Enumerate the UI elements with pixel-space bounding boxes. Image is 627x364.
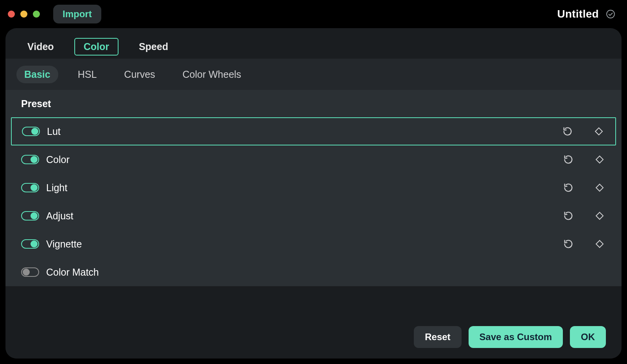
project-title: Untitled (557, 8, 599, 20)
row-label: Light (46, 182, 67, 194)
toggle-lut[interactable] (22, 127, 40, 136)
row-left: Vignette (21, 238, 82, 250)
top-tabs: Video Color Speed (5, 28, 622, 56)
close-window-button[interactable] (8, 11, 15, 18)
row-adjust[interactable]: Adjust (5, 202, 622, 230)
tab-speed[interactable]: Speed (132, 39, 175, 55)
subtab-curves[interactable]: Curves (116, 66, 163, 83)
preset-rows: Lut Color (5, 117, 622, 286)
reset-icon[interactable] (561, 209, 575, 223)
ok-button[interactable]: OK (570, 326, 606, 348)
row-actions (561, 124, 605, 138)
subtab-basic[interactable]: Basic (16, 66, 58, 83)
row-color[interactable]: Color (5, 145, 622, 174)
row-light[interactable]: Light (5, 174, 622, 202)
row-label: Vignette (46, 238, 82, 250)
row-actions (561, 209, 606, 223)
inspector-panel: Video Color Speed Basic HSL Curves Color… (5, 28, 622, 359)
row-color-match[interactable]: Color Match (5, 258, 622, 286)
preset-header: Preset (5, 90, 622, 117)
keyframe-icon[interactable] (593, 153, 606, 166)
toggle-color[interactable] (21, 155, 39, 164)
row-actions (561, 152, 606, 167)
row-label: Lut (47, 126, 61, 137)
keyframe-icon[interactable] (593, 125, 605, 138)
subtab-color-wheels[interactable]: Color Wheels (175, 66, 249, 83)
toggle-adjust[interactable] (21, 211, 39, 221)
toggle-light[interactable] (21, 183, 39, 192)
reset-icon[interactable] (561, 181, 575, 195)
keyframe-icon[interactable] (593, 181, 606, 194)
keyframe-icon[interactable] (593, 210, 606, 222)
row-left: Color (21, 154, 70, 165)
keyframe-icon[interactable] (593, 238, 606, 250)
row-vignette[interactable]: Vignette (5, 230, 622, 258)
row-lut[interactable]: Lut (11, 117, 616, 145)
toggle-vignette[interactable] (21, 239, 39, 249)
svg-point-0 (607, 10, 614, 18)
row-left: Lut (22, 126, 61, 137)
row-actions (561, 181, 606, 195)
row-left: Light (21, 182, 67, 194)
titlebar: Import Untitled (0, 0, 627, 28)
row-label: Adjust (46, 210, 73, 222)
row-label: Color (46, 154, 70, 165)
status-check-icon (606, 9, 615, 19)
toggle-color-match[interactable] (21, 267, 39, 277)
app-window: Import Untitled Video Color Speed Basic … (0, 0, 627, 364)
reset-icon[interactable] (561, 237, 575, 251)
window-controls (8, 11, 40, 18)
tab-video[interactable]: Video (20, 39, 61, 55)
reset-icon[interactable] (561, 124, 575, 138)
titlebar-right: Untitled (557, 8, 615, 20)
reset-button[interactable]: Reset (414, 326, 461, 348)
row-actions (561, 237, 606, 251)
reset-icon[interactable] (561, 152, 575, 167)
row-label: Color Match (46, 267, 99, 278)
minimize-window-button[interactable] (20, 11, 27, 18)
import-button[interactable]: Import (53, 5, 101, 23)
titlebar-left: Import (8, 5, 101, 23)
row-left: Color Match (21, 267, 99, 278)
footer: Reset Save as Custom OK (5, 316, 622, 359)
maximize-window-button[interactable] (33, 11, 40, 18)
subtab-hsl[interactable]: HSL (70, 66, 105, 83)
tab-color[interactable]: Color (74, 38, 119, 56)
row-left: Adjust (21, 210, 73, 222)
save-as-custom-button[interactable]: Save as Custom (469, 326, 563, 348)
sub-tabs: Basic HSL Curves Color Wheels (5, 59, 622, 90)
